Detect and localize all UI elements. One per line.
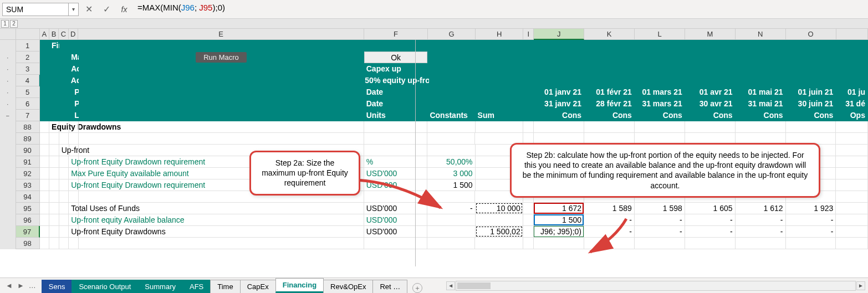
tab-revopex[interactable]: Rev&OpEx [323, 280, 373, 293]
outline-collapse[interactable]: − [0, 110, 16, 121]
horizontal-scrollbar[interactable]: ◄ ► [456, 281, 856, 291]
tab-scroll-next-icon[interactable]: ► [15, 281, 27, 290]
col-header[interactable]: L [635, 29, 685, 40]
outline-toggle[interactable]: · [0, 98, 16, 110]
name-box[interactable] [2, 3, 69, 16]
row-header[interactable]: 97 [16, 226, 40, 238]
arrow-icon [582, 216, 637, 260]
unit: USD'000 [364, 226, 428, 238]
date: 31 janv 21 [534, 98, 584, 110]
row-header[interactable]: 90 [16, 145, 40, 156]
name-box-wrap: ▾ [2, 3, 79, 16]
col-header[interactable]: B [49, 29, 59, 40]
col-header[interactable]: A [40, 29, 49, 40]
row-header[interactable]: 92 [16, 168, 40, 179]
row-header[interactable]: 2 [16, 52, 40, 63]
value: - [635, 214, 685, 226]
value: - [736, 214, 786, 226]
col-header[interactable]: D [69, 29, 78, 40]
value: - [786, 226, 836, 238]
tab-ret[interactable]: Ret … [372, 280, 407, 293]
row-7: − 7 Label Units Constants Sum Cons Cons … [0, 110, 868, 121]
value: 1 612 [736, 203, 786, 214]
fx-icon[interactable]: fx [116, 3, 132, 16]
scroll-right-icon[interactable]: ► [856, 281, 865, 290]
add-sheet-button[interactable]: ＋ [412, 283, 422, 293]
col-header[interactable]: I [523, 29, 534, 40]
value: 1 605 [685, 203, 736, 214]
date: 31 mai 21 [736, 98, 786, 110]
value: 1 923 [786, 203, 836, 214]
col-header[interactable]: C [59, 29, 68, 40]
outline-toggle[interactable] [0, 40, 16, 52]
label: Active Sensitivity Scenario [69, 63, 79, 75]
worksheet-grid: A B C D E F G H I J K L M N O 1 Financin… [0, 29, 868, 249]
col-header[interactable]: F [364, 29, 428, 40]
value: 50% equity up-front [362, 75, 429, 86]
row-96: 96 Up-front equity Available balance USD… [0, 214, 868, 226]
tab-sens[interactable]: Sens [42, 280, 73, 293]
tab-scenario-output[interactable]: Scenario Output [72, 280, 138, 293]
col-header[interactable]: O [786, 29, 836, 40]
date: 01 janv 21 [534, 86, 584, 98]
tab-capex[interactable]: CapEx [240, 280, 276, 293]
col-header[interactable]: H [476, 29, 523, 40]
col-header[interactable]: N [736, 29, 786, 40]
label: Active Input Scenario [69, 75, 79, 86]
outline-toggle[interactable]: · [0, 63, 16, 75]
label: Total Uses of Funds [69, 203, 79, 214]
col-header[interactable]: K [584, 29, 635, 40]
col-header[interactable]: G [428, 29, 476, 40]
row-header[interactable]: 1 [16, 40, 40, 52]
callout-text: Step 2a: Size the maximum up-front Equit… [262, 158, 348, 187]
row-header[interactable]: 98 [16, 238, 40, 249]
formula-bar: ▾ ✕ ✓ fx =MAX(MIN(J96; J95);0) [0, 0, 868, 19]
date: 01 avr 21 [685, 86, 736, 98]
row-97: 97 Up-front Equity Drawdowns USD'000 1 5… [0, 226, 868, 238]
tab-time[interactable]: Time [210, 280, 240, 293]
cell-j95[interactable]: 1 672 [534, 203, 584, 214]
row-header[interactable]: 88 [16, 121, 40, 133]
col-header[interactable]: J [534, 29, 584, 40]
active-cell-j97[interactable]: J96; J95);0) [534, 226, 584, 238]
name-box-dropdown[interactable]: ▾ [69, 3, 79, 16]
scroll-left-icon[interactable]: ◄ [446, 281, 455, 290]
row-header[interactable]: 5 [16, 86, 40, 98]
tab-financing[interactable]: Financing [275, 278, 324, 293]
col-header[interactable]: M [685, 29, 736, 40]
formula-input[interactable]: =MAX(MIN(J96; J95);0) [134, 3, 866, 16]
row-header[interactable]: 6 [16, 98, 40, 110]
label: Up-front Equity Drawdown requirement [69, 179, 79, 191]
row-header[interactable]: 3 [16, 63, 40, 75]
tab-afs[interactable]: AFS [182, 280, 211, 293]
col-header[interactable] [836, 29, 868, 40]
scroll-thumb[interactable] [457, 282, 491, 289]
row-header[interactable]: 89 [16, 133, 40, 145]
outline-toggle[interactable]: · [0, 75, 16, 86]
tab-scroll-prev-icon[interactable]: ◄ [3, 281, 15, 290]
cell-j96[interactable]: 1 500 [534, 214, 584, 226]
cancel-icon[interactable]: ✕ [81, 3, 96, 16]
outline-toggle[interactable]: · [0, 52, 16, 63]
outline-level-2[interactable]: 2 [10, 20, 18, 28]
outline-level-bar: 1 2 [0, 19, 868, 29]
outline-toggle[interactable]: · [0, 86, 16, 98]
row-header[interactable]: 4 [16, 75, 40, 86]
row-header[interactable]: 93 [16, 179, 40, 191]
tab-summary[interactable]: Summary [137, 280, 183, 293]
select-all-corner[interactable] [16, 29, 40, 40]
row-header[interactable]: 94 [16, 191, 40, 203]
row-header[interactable]: 7 [16, 110, 40, 121]
enter-icon[interactable]: ✓ [99, 3, 114, 16]
row-header[interactable]: 95 [16, 203, 40, 214]
freeze-pane-divider [415, 40, 416, 266]
label: Cons [685, 110, 736, 121]
row-88: 88 Equity Drawdowns [0, 121, 868, 133]
tab-more[interactable]: … [27, 281, 38, 290]
col-header[interactable]: E [78, 29, 364, 40]
label: Master error check [69, 52, 79, 63]
run-macro-button[interactable]: Run Macro [196, 52, 247, 63]
row-header[interactable]: 91 [16, 156, 40, 168]
outline-level-1[interactable]: 1 [1, 20, 9, 28]
row-header[interactable]: 96 [16, 214, 40, 226]
